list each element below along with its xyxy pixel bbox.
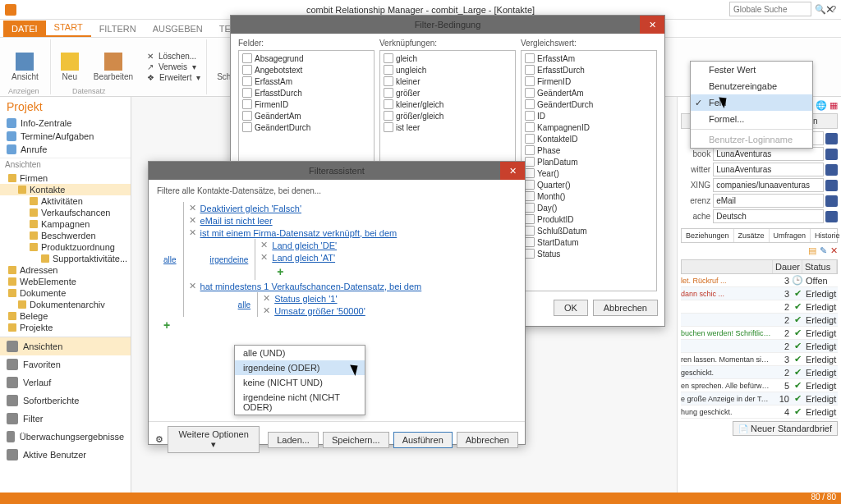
cond-land-at[interactable]: Land gleich 'AT' xyxy=(272,253,335,263)
detail-input[interactable] xyxy=(713,209,824,223)
detail-subtabs[interactable]: BeziehungenZusätzeUmfragenHistorie xyxy=(681,228,838,243)
loeschen-button[interactable]: ✕ Löschen... xyxy=(145,51,203,62)
settings-icon[interactable]: ⚙ xyxy=(155,434,163,445)
tree-node[interactable]: Beschwerden xyxy=(0,230,131,241)
list-item[interactable]: Status xyxy=(523,248,655,259)
menu-item[interactable]: irgendeine (ODER) xyxy=(235,360,365,375)
subtab[interactable]: Beziehungen xyxy=(682,229,734,242)
tab-filtern[interactable]: FILTERN xyxy=(91,21,145,37)
table-row[interactable]: buchen werden! Schriftliche Bestellung k… xyxy=(681,327,838,340)
list-item[interactable]: ErfasstAm xyxy=(523,53,655,64)
subtab[interactable]: Zusätze xyxy=(734,229,770,242)
group-type-dropdown[interactable]: alle (UND)irgendeine (ODER)keine (NICHT … xyxy=(234,345,365,415)
remove-icon[interactable]: ✕ xyxy=(189,215,196,226)
list-item[interactable]: GeändertAm xyxy=(523,87,655,99)
detail-input[interactable] xyxy=(713,178,824,192)
list-item[interactable]: Year() xyxy=(523,167,655,179)
project-tree[interactable]: FirmenKontakteAktivitätenVerkaufschancen… xyxy=(0,171,131,335)
social-icon[interactable] xyxy=(825,133,838,144)
link-termine[interactable]: Termine/Aufgaben xyxy=(0,130,131,143)
social-icon[interactable] xyxy=(825,149,838,160)
table-row[interactable]: geschickt.2✔Erledigt xyxy=(681,366,838,379)
ansicht-button[interactable]: Ansicht xyxy=(5,51,45,83)
social-icon[interactable] xyxy=(825,211,838,222)
group-alle[interactable]: alle xyxy=(163,255,177,264)
cond-status[interactable]: Status gleich '1' xyxy=(274,294,337,304)
table-row[interactable]: 2✔Erledigt xyxy=(681,340,838,353)
list-item[interactable]: StartDatum xyxy=(523,236,655,248)
subtab[interactable]: Historie xyxy=(811,229,841,242)
cond-verkauf[interactable]: hat mindestens 1 Verkaufschancen-Datensa… xyxy=(200,282,422,291)
tree-node[interactable]: Firmen xyxy=(0,172,131,184)
add-root-icon[interactable]: + xyxy=(163,318,517,332)
tab-start[interactable]: START xyxy=(46,19,91,37)
table-row[interactable]: en sprechen. Alle befürworten das Teambu… xyxy=(681,379,838,392)
bearbeiten-button[interactable]: Bearbeiten xyxy=(87,51,140,83)
menu-item[interactable]: alle (UND) xyxy=(235,346,365,360)
menu-item[interactable]: Benutzereingabe xyxy=(691,78,812,94)
list-item[interactable]: Quarter() xyxy=(523,179,655,190)
list-item[interactable]: größer xyxy=(382,87,513,99)
remove-icon[interactable]: ✕ xyxy=(263,305,270,316)
weitere-optionen-button[interactable]: Weitere Optionen ▾ xyxy=(168,426,260,453)
menu-item[interactable]: irgendeine nicht (NICHT ODER) xyxy=(235,390,365,415)
tree-node[interactable]: Kontakte xyxy=(0,184,131,195)
list-item[interactable]: ungleich xyxy=(382,64,513,76)
section-verlauf[interactable]: Verlauf xyxy=(0,373,131,392)
vergleichswert-context-menu[interactable]: Fester WertBenutzereingabeFeldFormel...B… xyxy=(690,61,813,149)
list-item[interactable]: SchlußDatum xyxy=(523,225,655,236)
menu-item[interactable]: Formel... xyxy=(691,111,812,127)
globe-icon[interactable]: 🌐 xyxy=(816,100,827,111)
tree-node[interactable]: Supportaktivitäte... xyxy=(0,253,131,264)
table-row[interactable]: 2✔Erledigt xyxy=(681,314,838,327)
list-item[interactable]: Phase xyxy=(523,144,655,156)
remove-icon[interactable]: ✕ xyxy=(260,240,268,250)
link-anrufe[interactable]: Anrufe xyxy=(0,143,131,156)
list-item[interactable]: KontakteID xyxy=(523,133,655,144)
menu-item[interactable]: keine (NICHT UND) xyxy=(235,375,365,390)
tree-node[interactable]: Belege xyxy=(0,310,131,322)
list-item[interactable]: größer/gleich xyxy=(382,110,513,121)
list-item[interactable]: GeändertDurch xyxy=(523,99,655,110)
table-row[interactable]: ren lassen. Momentan sieht es sehr stark… xyxy=(681,353,838,366)
filter-icon[interactable]: ▤ xyxy=(808,245,816,256)
subtab[interactable]: Umfragen xyxy=(770,229,811,242)
tree-node[interactable]: Aktivitäten xyxy=(0,195,131,207)
list-item[interactable]: ErfasstDurch xyxy=(523,64,655,76)
list-item[interactable]: FirmenID xyxy=(523,76,655,87)
list-item[interactable]: Month() xyxy=(523,190,655,202)
tree-node[interactable]: Verkaufschancen xyxy=(0,207,131,218)
laden-button[interactable]: Laden... xyxy=(268,432,319,448)
remove-icon[interactable]: ✕ xyxy=(189,203,196,213)
search-icon[interactable]: 🔍 xyxy=(815,4,826,15)
tree-node[interactable]: Dokumentenarchiv xyxy=(0,299,131,310)
remove-icon[interactable]: ✕ xyxy=(189,227,196,238)
cond-land-de[interactable]: Land gleich 'DE' xyxy=(272,241,337,250)
detail-input[interactable] xyxy=(713,163,824,176)
list-item[interactable]: ID xyxy=(523,110,655,121)
list-item[interactable]: Angebotstext xyxy=(241,64,372,76)
social-icon[interactable] xyxy=(825,195,838,207)
edit-icon[interactable]: ✎ xyxy=(820,245,827,256)
speichern-button[interactable]: Speichern... xyxy=(323,432,389,448)
tree-node[interactable]: Projekte xyxy=(0,322,131,333)
table-row[interactable]: 2✔Erledigt xyxy=(681,300,838,314)
link-info-zentrale[interactable]: Info-Zentrale xyxy=(0,117,131,130)
neuer-standardbrief-button[interactable]: 📄 Neuer Standardbrief xyxy=(733,421,838,436)
help-icon[interactable]: ? xyxy=(831,4,836,14)
ok-button[interactable]: OK xyxy=(554,300,588,316)
list-item[interactable]: GeändertAm xyxy=(241,110,372,121)
tree-node[interactable]: Dokumente xyxy=(0,287,131,299)
remove-icon[interactable]: ✕ xyxy=(260,252,268,263)
global-search-input[interactable] xyxy=(729,2,811,16)
ausfuehren-button[interactable]: Ausführen xyxy=(393,432,453,448)
tab-datei[interactable]: DATEI xyxy=(3,21,46,37)
section-aktive benutzer[interactable]: Aktive Benutzer xyxy=(0,446,131,464)
table-row[interactable]: let. Rückruf ...3🕒Offen xyxy=(681,274,838,287)
menu-item[interactable]: Fester Wert xyxy=(691,62,812,78)
neu-button[interactable]: Neu xyxy=(54,51,85,83)
doc-icon[interactable]: ▦ xyxy=(830,100,838,111)
social-icon[interactable] xyxy=(825,180,838,191)
detail-input[interactable] xyxy=(713,194,824,208)
list-item[interactable]: Absagegrund xyxy=(241,53,372,64)
